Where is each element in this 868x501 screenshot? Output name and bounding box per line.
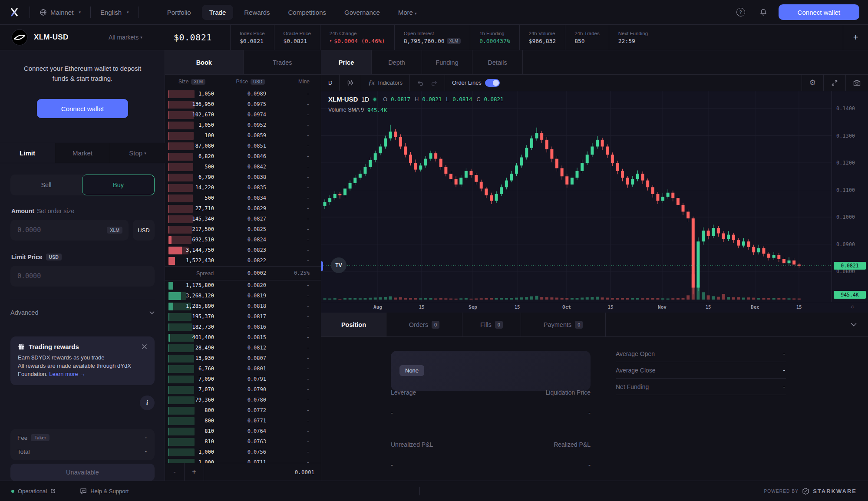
indicators-button[interactable]: ƒx Indicators <box>361 75 409 91</box>
dydx-logo[interactable] <box>9 7 20 18</box>
nav-item-portfolio[interactable]: Portfolio <box>160 5 198 20</box>
nav-item-competitions[interactable]: Competitions <box>281 5 334 20</box>
redo-button[interactable] <box>431 75 445 91</box>
stat-row-net-funding: Net Funding- <box>616 379 786 395</box>
bid-row[interactable]: 1,0000.0756- <box>165 447 321 458</box>
brightness-icon[interactable]: ☼ <box>850 303 855 310</box>
tab-fills[interactable]: Fills0 <box>462 313 521 336</box>
info-button[interactable]: i <box>140 396 155 410</box>
language-selector[interactable]: English ▾ <box>100 9 129 16</box>
fullscreen-button[interactable] <box>823 75 845 91</box>
bid-row[interactable]: 8100.0764- <box>165 426 321 437</box>
collapse-panel-button[interactable] <box>851 313 868 336</box>
close-icon[interactable] <box>142 344 147 349</box>
ask-row[interactable]: 27,7100.0829- <box>165 204 321 214</box>
add-market-button[interactable]: + <box>843 25 868 50</box>
ask-row[interactable]: 1000.0859- <box>165 131 321 141</box>
status-link[interactable]: Operational <box>11 488 56 494</box>
ask-row[interactable]: 5000.0834- <box>165 193 321 204</box>
ask-row[interactable]: 6,8200.0846- <box>165 152 321 162</box>
tab-orders[interactable]: Orders0 <box>386 313 462 336</box>
nav-items: PortfolioTradeRewardsCompetitionsGoverna… <box>160 5 424 20</box>
bid-row[interactable]: 8000.0771- <box>165 416 321 426</box>
nav-item-more[interactable]: More▾ <box>391 5 424 20</box>
connect-wallet-button[interactable]: Connect wallet <box>779 4 859 20</box>
nav-item-rewards[interactable]: Rewards <box>237 5 277 20</box>
order-entry-sidebar: Connect your Ethereum wallet to deposit … <box>0 50 165 481</box>
ask-row[interactable]: 1,0500.0952- <box>165 120 321 131</box>
tab-depth[interactable]: Depth <box>372 50 422 74</box>
zoom-out-button[interactable]: - <box>165 463 185 481</box>
undo-button[interactable] <box>410 75 431 91</box>
connect-wallet-button-sidebar[interactable]: Connect wallet <box>37 99 128 118</box>
time-tick: Dec <box>751 304 759 310</box>
bid-row[interactable]: 13,9300.0807- <box>165 353 321 364</box>
advanced-toggle[interactable]: Advanced <box>10 309 155 316</box>
notifications-button[interactable] <box>756 5 771 20</box>
ask-row[interactable]: 692,5100.0824- <box>165 235 321 245</box>
tab-limit[interactable]: Limit <box>0 143 55 163</box>
bid-row[interactable]: 6,7600.0801- <box>165 364 321 374</box>
limit-price-input[interactable] <box>10 272 155 280</box>
bid-row[interactable]: 7,0700.0790- <box>165 385 321 395</box>
submit-order-button[interactable]: Unavailable <box>10 464 155 481</box>
time-tick: Sep <box>469 304 477 310</box>
help-button[interactable]: ? <box>733 5 748 20</box>
buy-toggle[interactable]: Buy <box>82 175 155 195</box>
ask-row[interactable]: 3,144,7500.0823- <box>165 245 321 256</box>
tab-payments[interactable]: Payments0 <box>521 313 606 336</box>
price-chart[interactable]: XLM-USD 1D O0.0817 H0.0821 L0.0814 C0.08… <box>321 91 832 302</box>
bid-row[interactable]: 1,285,8900.0818- <box>165 301 321 312</box>
learn-more-link[interactable]: Learn more → <box>49 371 85 377</box>
time-axis[interactable]: Aug15Sep15Oct15Nov15Dec15 <box>321 302 868 313</box>
amount-input[interactable] <box>10 226 107 234</box>
zoom-in-button[interactable]: + <box>185 463 204 481</box>
tab-position[interactable]: Position <box>321 313 386 336</box>
timeframe-button[interactable]: D <box>321 75 339 91</box>
ask-row[interactable]: 145,3400.0827- <box>165 214 321 224</box>
ask-row[interactable]: 217,5000.0825- <box>165 224 321 235</box>
bid-row[interactable]: 7,0900.0791- <box>165 374 321 385</box>
tab-details[interactable]: Details <box>472 50 523 74</box>
tab-market[interactable]: Market <box>55 143 110 163</box>
expand-icon <box>831 79 838 86</box>
bid-row[interactable]: 401,4000.0815- <box>165 333 321 343</box>
nav-item-governance[interactable]: Governance <box>337 5 387 20</box>
candle-style-button[interactable] <box>340 75 361 91</box>
order-lines-toggle[interactable] <box>485 79 500 87</box>
screenshot-button[interactable] <box>845 75 868 91</box>
nav-item-trade[interactable]: Trade <box>202 5 234 20</box>
network-selector[interactable]: Mainnet ▾ <box>40 9 81 16</box>
ask-row[interactable]: 1,522,4300.0822- <box>165 256 321 266</box>
sell-toggle[interactable]: Sell <box>10 175 82 195</box>
ask-row[interactable]: 136,9500.0975- <box>165 99 321 110</box>
axis-drag-handle[interactable] <box>321 261 323 271</box>
bid-row[interactable]: 8100.0763- <box>165 437 321 447</box>
bid-row[interactable]: 1,175,8000.0820- <box>165 280 321 291</box>
bid-row[interactable]: 8000.0772- <box>165 405 321 416</box>
chart-settings-button[interactable]: ⚙ <box>802 75 823 91</box>
ask-row[interactable]: 6,7900.0838- <box>165 172 321 183</box>
bid-row[interactable]: 195,3700.0817- <box>165 312 321 322</box>
tab-trades[interactable]: Trades <box>244 50 322 74</box>
ask-row[interactable]: 14,2200.0835- <box>165 183 321 193</box>
price-axis[interactable]: 0.14000.13000.12000.11000.10000.09000.08… <box>832 91 868 302</box>
camera-icon <box>853 79 861 86</box>
tab-stop[interactable]: Stop▾ <box>110 143 165 163</box>
all-markets-selector[interactable]: All markets ▾ <box>109 34 174 41</box>
help-support-link[interactable]: Help & Support <box>80 488 129 494</box>
bid-row[interactable]: 3,268,1200.0819- <box>165 291 321 301</box>
ask-row[interactable]: 102,6700.0974- <box>165 110 321 120</box>
ask-row[interactable]: 87,0800.0851- <box>165 141 321 152</box>
bid-row[interactable]: 79,3600.0780- <box>165 395 321 405</box>
time-tick: 15 <box>514 304 520 310</box>
ask-row[interactable]: 1,0500.0989- <box>165 89 321 99</box>
time-tick: Aug <box>373 304 382 310</box>
bid-row[interactable]: 182,7300.0816- <box>165 322 321 333</box>
tab-price[interactable]: Price <box>321 50 372 74</box>
ask-row[interactable]: 5000.0842- <box>165 162 321 172</box>
tab-funding[interactable]: Funding <box>422 50 472 74</box>
tab-book[interactable]: Book <box>165 50 244 74</box>
bid-row[interactable]: 28,4900.0812- <box>165 343 321 353</box>
currency-switch-button[interactable]: USD <box>133 220 155 241</box>
